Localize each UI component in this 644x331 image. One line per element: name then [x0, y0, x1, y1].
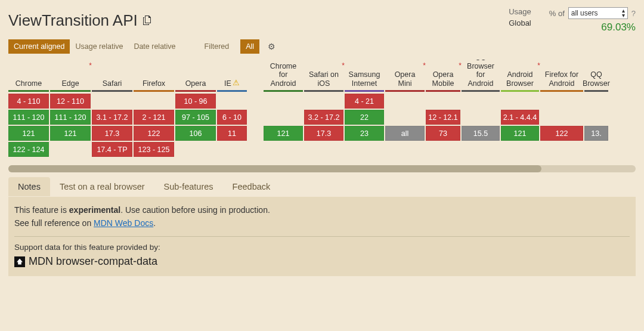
- support-cell[interactable]: 12 - 12.1: [426, 110, 460, 125]
- browser-header[interactable]: Opera Mini*: [385, 60, 425, 92]
- support-cell: [426, 142, 460, 157]
- browser-header[interactable]: Firefox for Android: [540, 60, 583, 92]
- support-cell: [462, 110, 500, 125]
- support-cell: [584, 142, 608, 157]
- browser-header[interactable]: Opera Mobile*: [426, 60, 460, 92]
- browser-column: UC Browser for Android15.5: [462, 60, 500, 158]
- warning-icon: ⚠: [233, 79, 240, 88]
- align-option-usage-relative[interactable]: Usage relative: [70, 39, 128, 54]
- browser-header[interactable]: IE⚠: [217, 60, 247, 92]
- support-cell[interactable]: 22: [345, 110, 384, 125]
- browser-header[interactable]: Samsung Internet: [345, 60, 384, 92]
- support-cell: [385, 94, 425, 109]
- support-cell[interactable]: 121: [264, 126, 303, 141]
- support-cell[interactable]: 111 - 120: [50, 110, 91, 125]
- support-cell[interactable]: 4 - 110: [8, 94, 49, 109]
- support-cell: [264, 110, 303, 125]
- support-cell: [345, 142, 384, 157]
- filter-all-button[interactable]: All: [240, 39, 259, 54]
- support-cell: [385, 142, 425, 157]
- support-cell[interactable]: 122: [134, 126, 174, 141]
- global-value: 69.03%: [601, 21, 636, 33]
- browser-header[interactable]: Firefox: [134, 60, 174, 92]
- browser-column: Opera Mini*all: [385, 60, 425, 158]
- support-cell[interactable]: 111 - 120: [8, 110, 49, 125]
- support-cell: [92, 94, 132, 109]
- browser-column: QQ Browser13.: [584, 60, 608, 158]
- support-cell: [50, 142, 91, 157]
- support-cell[interactable]: 106: [175, 126, 216, 141]
- support-cell[interactable]: 3.1 - 17.2: [92, 110, 132, 125]
- tab-feedback[interactable]: Feedback: [223, 177, 280, 196]
- support-cell: [134, 94, 174, 109]
- support-cell[interactable]: 15.5: [462, 126, 500, 141]
- tab-sub-features[interactable]: Sub-features: [154, 177, 223, 196]
- help-icon[interactable]: ?: [631, 9, 636, 18]
- browser-column: IE⚠6 - 1011: [217, 60, 247, 158]
- browser-column: Edge*12 - 110111 - 120121: [50, 60, 91, 158]
- support-cell[interactable]: 122: [540, 126, 583, 141]
- support-cell[interactable]: 13.: [584, 126, 608, 141]
- browser-header[interactable]: Chrome: [8, 60, 49, 92]
- support-cell: [584, 110, 608, 125]
- notes-line1-suffix: . Use caution before using in production…: [120, 205, 270, 215]
- support-cell: [217, 142, 247, 157]
- support-cell: [462, 94, 500, 109]
- support-cell[interactable]: 17.4 - TP: [92, 142, 132, 157]
- support-cell[interactable]: 123 - 125: [134, 142, 174, 157]
- browser-column: Chrome4 - 110111 - 120121122 - 124: [8, 60, 49, 158]
- support-cell[interactable]: 2 - 121: [134, 110, 174, 125]
- support-cell[interactable]: 6 - 10: [217, 110, 247, 125]
- copy-icon[interactable]: [143, 16, 152, 25]
- support-cell: [264, 94, 303, 109]
- support-cell[interactable]: all: [385, 126, 425, 141]
- usage-block: Usage Global % of all users ▴▾ ? 69.03%: [509, 7, 636, 33]
- support-cell[interactable]: 121: [501, 126, 539, 141]
- browser-header[interactable]: QQ Browser: [584, 60, 608, 92]
- browser-header[interactable]: Opera: [175, 60, 216, 92]
- support-cell: [264, 142, 303, 157]
- support-cell[interactable]: 2.1 - 4.4.4: [501, 110, 539, 125]
- align-option-date-relative[interactable]: Date relative: [128, 39, 181, 54]
- support-cell[interactable]: 10 - 96: [175, 94, 216, 109]
- browser-header[interactable]: Safari: [92, 60, 132, 92]
- filtered-label: Filtered: [199, 39, 235, 54]
- mdn-link[interactable]: MDN Web Docs: [94, 218, 153, 228]
- scroll-thumb[interactable]: [8, 165, 541, 172]
- browser-header[interactable]: Safari on iOS*: [304, 60, 343, 92]
- notes-panel: This feature is experimental. Use cautio…: [8, 197, 636, 276]
- support-cell: [304, 94, 343, 109]
- browser-header[interactable]: Chrome for Android: [264, 60, 303, 92]
- gear-icon[interactable]: ⚙: [268, 42, 275, 51]
- support-cell: [175, 142, 216, 157]
- support-cell[interactable]: 121: [8, 126, 49, 141]
- global-label: Global: [509, 18, 531, 27]
- support-cell[interactable]: 17.3: [92, 126, 132, 141]
- support-cell[interactable]: 12 - 110: [50, 94, 91, 109]
- tab-test-on-a-real-browser[interactable]: Test on a real browser: [50, 177, 154, 196]
- browser-header[interactable]: Android Browser*: [501, 60, 539, 92]
- support-cell[interactable]: 122 - 124: [8, 142, 49, 157]
- support-cell[interactable]: 121: [50, 126, 91, 141]
- align-group: Current alignedUsage relativeDate relati…: [8, 39, 181, 54]
- browser-column: Safari on iOS*3.2 - 17.217.3: [304, 60, 343, 158]
- support-cell[interactable]: 23: [345, 126, 384, 141]
- support-cell: [217, 94, 247, 109]
- notes-line2-prefix: See full reference on: [14, 218, 94, 228]
- notes-experimental: experimental: [69, 205, 120, 215]
- align-option-current-aligned[interactable]: Current aligned: [8, 39, 70, 54]
- support-cell[interactable]: 17.3: [304, 126, 343, 141]
- support-cell[interactable]: 11: [217, 126, 247, 141]
- support-cell[interactable]: 4 - 21: [345, 94, 384, 109]
- support-cell: [501, 94, 539, 109]
- support-cell[interactable]: 3.2 - 17.2: [304, 110, 343, 125]
- support-cell[interactable]: 73: [426, 126, 460, 141]
- tab-notes[interactable]: Notes: [8, 177, 50, 196]
- scroll-track[interactable]: [8, 165, 636, 172]
- browser-column: Opera10 - 9697 - 105106: [175, 60, 216, 158]
- browser-header[interactable]: UC Browser for Android: [462, 60, 500, 92]
- browser-header[interactable]: Edge*: [50, 60, 91, 92]
- user-scope-select[interactable]: all users ▴▾: [568, 7, 628, 19]
- support-cell[interactable]: 97 - 105: [175, 110, 216, 125]
- divider: [14, 236, 630, 237]
